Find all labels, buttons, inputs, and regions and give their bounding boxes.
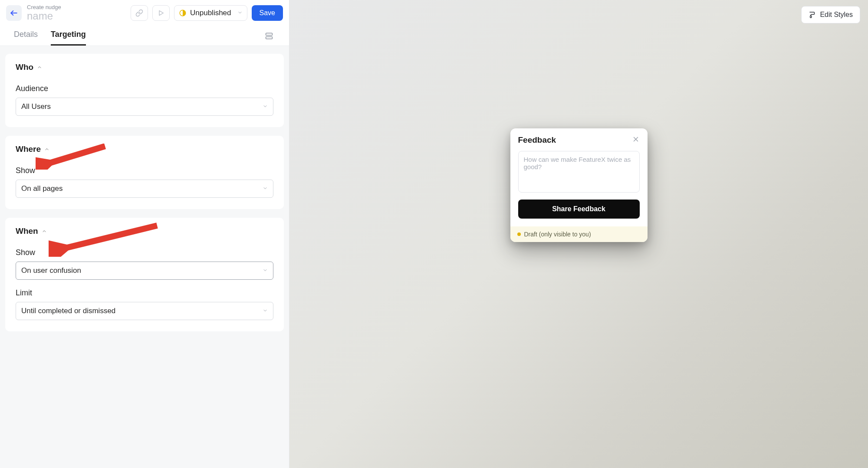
- svg-marker-1: [159, 11, 163, 16]
- tabs: Details Targeting: [14, 30, 86, 46]
- close-icon: [632, 135, 640, 143]
- publish-status-dropdown[interactable]: Unpublished: [174, 5, 247, 21]
- layout-toggle-button[interactable]: [265, 32, 273, 42]
- header-top-row: Create nudge name Unpublished: [6, 4, 283, 24]
- when-show-select[interactable]: On user confusion: [16, 262, 273, 280]
- feedback-widget: Feedback Share Feedback Draft (only visi…: [510, 128, 648, 242]
- tabs-row: Details Targeting: [6, 24, 283, 46]
- chevron-up-icon: [44, 144, 49, 154]
- feedback-header: Feedback: [510, 128, 648, 148]
- limit-label: Limit: [16, 288, 273, 298]
- draft-dot-icon: [517, 232, 521, 236]
- title-block: Create nudge name: [27, 4, 125, 22]
- tab-targeting[interactable]: Targeting: [51, 30, 86, 46]
- where-title: Where: [16, 144, 41, 154]
- svg-rect-3: [266, 33, 273, 35]
- where-show-value: On all pages: [21, 184, 62, 193]
- play-icon: [158, 10, 164, 16]
- where-card: Where Show On all pages: [5, 136, 284, 209]
- half-circle-icon: [179, 9, 187, 17]
- audience-value: All Users: [21, 102, 51, 111]
- when-card-header[interactable]: When: [16, 226, 273, 236]
- chevron-down-icon: [263, 267, 268, 275]
- rows-icon: [265, 32, 273, 40]
- link-icon: [135, 9, 143, 17]
- header-kicker: Create nudge: [27, 4, 125, 10]
- where-show-field: Show On all pages: [16, 166, 273, 198]
- who-title: Who: [16, 62, 33, 72]
- back-button[interactable]: [6, 5, 22, 21]
- chevron-down-icon: [263, 307, 268, 315]
- audience-select[interactable]: All Users: [16, 98, 273, 116]
- draft-banner: Draft (only visible to you): [510, 226, 648, 242]
- who-card: Who Audience All Users: [5, 54, 284, 127]
- share-feedback-button[interactable]: Share Feedback: [518, 200, 640, 219]
- status-label: Unpublished: [190, 9, 231, 17]
- feedback-title: Feedback: [518, 135, 556, 145]
- limit-value: Until completed or dismissed: [21, 307, 115, 315]
- chevron-down-icon: [263, 185, 268, 193]
- cards-container: Who Audience All Users Where: [0, 46, 289, 339]
- feedback-body: Share Feedback: [510, 148, 648, 226]
- save-button[interactable]: Save: [252, 5, 283, 21]
- audience-label: Audience: [16, 84, 273, 93]
- nudge-name-placeholder[interactable]: name: [27, 10, 125, 22]
- preview-panel: Edit Styles Feedback Share Feedback Draf…: [289, 0, 868, 468]
- where-show-select[interactable]: On all pages: [16, 180, 273, 198]
- chevron-up-icon: [37, 62, 42, 72]
- limit-select[interactable]: Until completed or dismissed: [16, 302, 273, 320]
- limit-field: Limit Until completed or dismissed: [16, 288, 273, 320]
- when-show-field: Show On user confusion: [16, 248, 273, 280]
- feedback-textarea[interactable]: [518, 151, 640, 193]
- when-show-value: On user confusion: [21, 266, 81, 275]
- preview-button[interactable]: [152, 5, 170, 21]
- audience-field: Audience All Users: [16, 84, 273, 116]
- who-card-header[interactable]: Who: [16, 62, 273, 72]
- where-card-header[interactable]: Where: [16, 144, 273, 154]
- header-toolbar: Unpublished Save: [131, 5, 283, 21]
- when-show-label: Show: [16, 248, 273, 257]
- edit-styles-button[interactable]: Edit Styles: [801, 6, 860, 23]
- editor-panel: Create nudge name Unpublished: [0, 0, 289, 468]
- chevron-up-icon: [42, 226, 47, 236]
- where-show-label: Show: [16, 166, 273, 175]
- svg-rect-7: [810, 16, 812, 18]
- paint-icon: [809, 11, 816, 19]
- chevron-down-icon: [237, 9, 243, 17]
- chevron-down-icon: [263, 103, 268, 111]
- copy-link-button[interactable]: [131, 5, 148, 21]
- when-title: When: [16, 226, 38, 236]
- arrow-left-icon: [10, 9, 18, 17]
- draft-label: Draft (only visible to you): [524, 231, 591, 238]
- editor-header: Create nudge name Unpublished: [0, 0, 289, 46]
- tab-details[interactable]: Details: [14, 30, 38, 46]
- feedback-close-button[interactable]: [632, 135, 640, 145]
- when-card: When Show On user confusion Limit Until …: [5, 218, 284, 331]
- edit-styles-label: Edit Styles: [820, 11, 853, 19]
- svg-rect-4: [266, 36, 273, 39]
